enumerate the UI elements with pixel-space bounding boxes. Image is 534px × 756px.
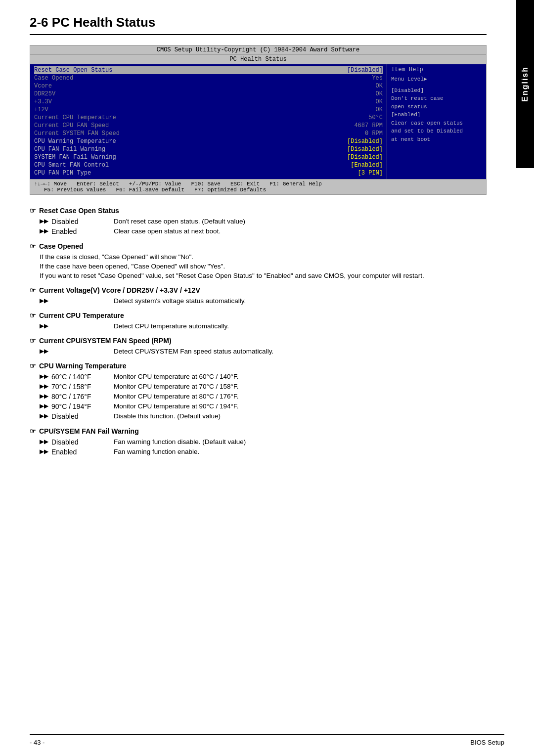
help-line: at next boot	[391, 135, 482, 144]
bios-row: DDR25VOK	[34, 90, 383, 98]
bios-row-value: OK	[376, 106, 383, 113]
item-arrow: ▶▶	[40, 297, 48, 304]
section-arrow: ☞	[30, 311, 36, 319]
bios-row: Current CPU Temperature50°C	[34, 114, 383, 122]
bios-footer-row1: ↑↓→←: MoveEnter: Select+/-/PU/PD: ValueF…	[34, 181, 322, 187]
bios-row-value: OK	[376, 83, 383, 89]
footer-item: F1: General Help	[269, 181, 322, 187]
section-title-text: Reset Case Open Status	[39, 207, 119, 215]
item-arrow: ▶▶	[40, 373, 48, 380]
help-line: [Disabled]	[391, 87, 482, 95]
section-arrow: ☞	[30, 286, 36, 294]
item-desc: Detect CPU/SYSTEM Fan speed status autom…	[114, 348, 273, 355]
section-body: ▶▶DisabledDon't reset case open status. …	[30, 218, 487, 235]
item-arrow: ▶▶	[40, 438, 48, 445]
bios-row-label: Current SYSTEM FAN Speed	[34, 130, 120, 137]
section-title: ☞Current Voltage(V) Vcore / DDR25V / +3.…	[30, 286, 487, 294]
section-paragraph: If the case have been opened, "Case Open…	[40, 263, 487, 270]
section-body: ▶▶Detect system's voltage status automat…	[30, 297, 487, 305]
section-current-cpu-temperature: ☞Current CPU Temperature▶▶Detect CPU tem…	[30, 311, 487, 330]
bios-row-value: [Enabled]	[351, 162, 383, 169]
bios-row: Case OpenedYes	[34, 74, 383, 82]
section-reset-case-open-status: ☞Reset Case Open Status▶▶DisabledDon't r…	[30, 207, 487, 235]
page-footer: - 43 - BIOS Setup	[30, 734, 504, 746]
english-tab-label: English	[521, 66, 530, 102]
help-line: Clear case open status	[391, 119, 482, 128]
section-item: ▶▶70°C / 158°FMonitor CPU temperature at…	[40, 383, 487, 391]
section-title: ☞Current CPU/SYSTEM FAN Speed (RPM)	[30, 337, 487, 345]
bios-row-value: OK	[376, 98, 383, 105]
bios-row-value: [Disabled]	[347, 138, 383, 145]
section-item: ▶▶DisabledDisable this function. (Defaul…	[40, 412, 487, 420]
section-body: If the case is closed, "Case Opened" wil…	[30, 253, 487, 279]
section-arrow: ☞	[30, 207, 36, 215]
bios-row-value: 4687 RPM	[354, 122, 383, 129]
section-body: ▶▶60°C / 140°FMonitor CPU temperature at…	[30, 373, 487, 420]
help-line: [Enabled]	[391, 111, 482, 119]
bios-row: Current CPU FAN Speed4687 RPM	[34, 122, 383, 130]
bios-row-value: OK	[376, 90, 383, 97]
bios-row-value: [3 PIN]	[358, 170, 383, 177]
item-arrow: ▶▶	[40, 402, 48, 409]
section-title-text: CPU/SYSEM FAN Fail Warning	[39, 427, 139, 435]
help-line: and set to be Disabled	[391, 127, 482, 135]
bios-row-label: Current CPU Temperature	[34, 114, 116, 121]
section-item: ▶▶90°C / 194°FMonitor CPU temperature at…	[40, 402, 487, 410]
bios-row-label: Current CPU FAN Speed	[34, 122, 109, 129]
bios-row-label: DDR25V	[34, 90, 55, 97]
section-body: ▶▶Detect CPU/SYSTEM Fan speed status aut…	[30, 348, 487, 355]
item-arrow: ▶▶	[40, 383, 48, 390]
item-desc: Detect system's voltage status automatic…	[114, 297, 246, 305]
bios-row-label: CPU FAN PIN Type	[34, 170, 91, 177]
footer-page-number: - 43 -	[30, 739, 44, 746]
footer-bios-setup: BIOS Setup	[470, 739, 504, 746]
section-paragraph: If the case is closed, "Case Opened" wil…	[40, 253, 487, 261]
item-desc: Monitor CPU temperature at 60°C / 140°F.	[114, 373, 238, 380]
bios-header-line1: CMOS Setup Utility-Copyright (C) 1984-20…	[30, 45, 486, 55]
item-help-menu-level: Menu Level▶ [Disabled]Don't reset caseop…	[391, 75, 482, 143]
item-desc: Monitor CPU temperature at 70°C / 158°F.	[114, 383, 238, 390]
section-cpu-warning-temperature: ☞CPU Warning Temperature▶▶60°C / 140°FMo…	[30, 362, 487, 420]
section-body: ▶▶DisabledFan warning function disable. …	[30, 438, 487, 456]
help-line: Don't reset case	[391, 94, 482, 103]
section-item: ▶▶80°C / 176°FMonitor CPU temperature at…	[40, 393, 487, 400]
bios-row-label: +3.3V	[34, 98, 52, 105]
section-title: ☞CPU/SYSEM FAN Fail Warning	[30, 427, 487, 435]
bios-row-value: 50°C	[368, 114, 383, 121]
bios-row-value: [Disabled]	[347, 146, 383, 153]
item-arrow: ▶▶	[40, 412, 48, 419]
section-item: ▶▶EnabledFan warning function enable.	[40, 448, 487, 456]
bios-row-label: CPU Smart FAN Control	[34, 162, 109, 169]
bios-row-value: Yes	[372, 75, 383, 82]
item-help-lines: [Disabled]Don't reset caseopen status[En…	[391, 87, 482, 144]
item-label: 60°C / 140°F	[51, 373, 111, 381]
section-title-text: Case Opened	[39, 242, 83, 250]
bios-row: CPU FAN Fail Warning[Disabled]	[34, 145, 383, 153]
help-line: open status	[391, 103, 482, 111]
section-title-text: Current CPU/SYSTEM FAN Speed (RPM)	[39, 337, 172, 345]
bios-row-label: +12V	[34, 106, 48, 113]
bios-row: CPU Smart FAN Control[Enabled]	[34, 161, 383, 169]
bios-row: +3.3VOK	[34, 98, 383, 106]
bios-settings-column: Reset Case Open Status[Disabled]Case Ope…	[30, 64, 387, 179]
bios-body: Reset Case Open Status[Disabled]Case Ope…	[30, 64, 486, 179]
bios-row-label: CPU Warning Temperature	[34, 138, 116, 145]
section-item: ▶▶60°C / 140°FMonitor CPU temperature at…	[40, 373, 487, 381]
bios-row-label: Case Opened	[34, 75, 73, 82]
section-body: ▶▶Detect CPU temperature automatically.	[30, 322, 487, 330]
bios-row: VcoreOK	[34, 82, 383, 90]
bios-row: +12VOK	[34, 106, 383, 114]
section-case-opened: ☞Case OpenedIf the case is closed, "Case…	[30, 242, 487, 279]
section-arrow: ☞	[30, 242, 36, 250]
item-arrow: ▶▶	[40, 227, 48, 234]
section-title: ☞Current CPU Temperature	[30, 311, 487, 319]
section-item: ▶▶EnabledClear case open status at next …	[40, 227, 487, 235]
section-paragraph: If you want to reset "Case Opened" value…	[40, 272, 487, 279]
item-label: Disabled	[51, 218, 111, 225]
bios-footer-row2: F5: Previous ValuesF6: Fail-Save Default…	[34, 187, 266, 193]
bios-row: Reset Case Open Status[Disabled]	[34, 66, 383, 74]
sections-container: ☞Reset Case Open Status▶▶DisabledDon't r…	[30, 207, 487, 456]
section-item: ▶▶DisabledDon't reset case open status. …	[40, 218, 487, 225]
item-label: Enabled	[51, 227, 111, 235]
bios-row-label: CPU FAN Fail Warning	[34, 146, 105, 153]
